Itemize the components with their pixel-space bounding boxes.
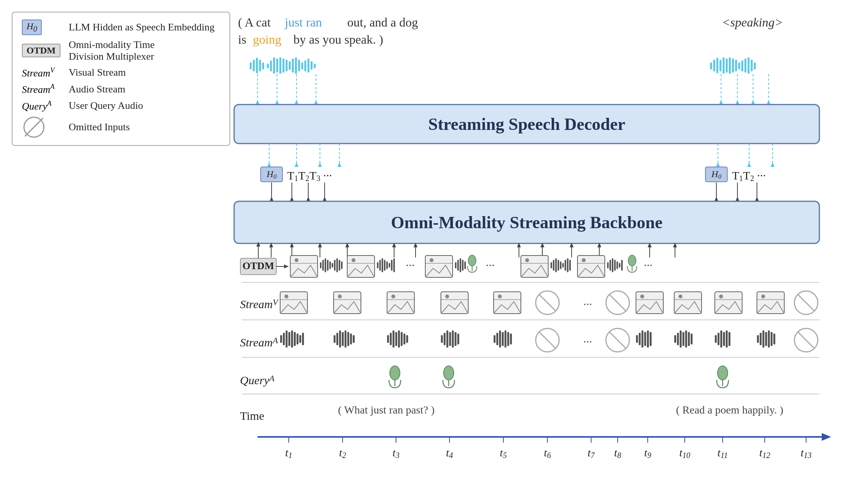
svg-rect-137	[336, 258, 338, 272]
svg-marker-52	[719, 100, 723, 105]
svg-point-129	[295, 258, 298, 262]
svg-text:···: ···	[644, 259, 653, 272]
svg-rect-158	[462, 260, 464, 271]
svg-rect-227	[283, 333, 285, 345]
svg-marker-48	[295, 100, 298, 105]
svg-rect-283	[715, 335, 717, 343]
svg-marker-62	[267, 162, 271, 167]
svg-rect-19	[289, 61, 291, 70]
svg-rect-168	[555, 258, 557, 272]
svg-rect-30	[716, 58, 718, 73]
svg-rect-262	[504, 330, 506, 348]
svg-rect-252	[444, 333, 446, 345]
svg-rect-239	[345, 330, 346, 348]
svg-rect-226	[280, 335, 282, 343]
svg-rect-250	[406, 335, 408, 343]
svg-rect-23	[301, 62, 303, 69]
svg-point-221	[761, 295, 765, 298]
svg-marker-54	[735, 100, 739, 105]
svg-rect-140	[347, 256, 375, 277]
svg-text:t7: t7	[588, 447, 595, 460]
svg-rect-260	[499, 330, 501, 348]
svg-text:t1: t1	[285, 447, 292, 460]
svg-point-201	[445, 295, 449, 298]
svg-text:just ran: just ran	[284, 15, 322, 29]
svg-rect-27	[314, 64, 316, 68]
svg-text:t5: t5	[500, 447, 507, 460]
svg-point-195	[338, 295, 342, 298]
svg-text:StreamV: StreamV	[240, 297, 279, 311]
svg-rect-171	[562, 263, 564, 268]
svg-rect-210	[636, 292, 663, 314]
svg-rect-230	[291, 330, 293, 348]
svg-marker-83	[306, 197, 310, 201]
svg-rect-166	[551, 262, 552, 268]
svg-point-218	[719, 295, 723, 298]
svg-text:t2: t2	[339, 447, 346, 460]
svg-rect-285	[720, 330, 722, 348]
svg-rect-155	[455, 262, 457, 268]
svg-point-212	[640, 295, 644, 298]
svg-text:t12: t12	[759, 447, 770, 460]
svg-rect-170	[560, 261, 561, 269]
svg-point-185	[628, 255, 636, 266]
svg-text:t10: t10	[679, 447, 690, 460]
svg-text:OTDM: OTDM	[243, 260, 274, 272]
svg-marker-64	[295, 162, 298, 167]
svg-rect-232	[297, 334, 298, 344]
svg-rect-286	[723, 332, 725, 346]
svg-rect-241	[350, 334, 352, 344]
svg-rect-9	[256, 58, 258, 73]
svg-rect-17	[282, 59, 284, 73]
svg-text:t3: t3	[393, 447, 400, 460]
svg-rect-213	[674, 292, 702, 314]
svg-text:QueryA: QueryA	[240, 373, 275, 387]
svg-rect-181	[614, 260, 616, 271]
svg-rect-199	[441, 292, 468, 314]
svg-rect-290	[760, 333, 762, 345]
svg-rect-291	[762, 330, 764, 348]
svg-marker-58	[767, 100, 771, 105]
svg-text:( A cat: ( A cat	[238, 15, 271, 29]
svg-line-297	[798, 332, 815, 349]
svg-point-154	[430, 258, 433, 262]
main-container: H0 LLM Hidden as Speech Embedding OTDM O…	[0, 0, 842, 504]
svg-rect-251	[441, 335, 443, 343]
svg-rect-34	[729, 57, 731, 74]
svg-rect-16	[279, 57, 281, 74]
svg-point-142	[352, 258, 355, 262]
svg-rect-136	[334, 260, 336, 271]
svg-rect-32	[723, 57, 725, 74]
svg-rect-249	[403, 334, 405, 344]
svg-rect-139	[341, 261, 343, 269]
svg-rect-28	[710, 62, 712, 69]
svg-point-198	[391, 295, 395, 298]
svg-text:···: ···	[583, 298, 592, 311]
svg-rect-8	[253, 60, 255, 71]
svg-rect-152	[425, 256, 453, 277]
svg-rect-42	[754, 62, 756, 69]
svg-rect-144	[379, 260, 381, 271]
svg-rect-275	[650, 332, 652, 346]
svg-line-223	[798, 294, 815, 311]
svg-rect-148	[389, 263, 390, 268]
svg-rect-20	[292, 59, 294, 73]
svg-rect-14	[273, 57, 275, 74]
svg-rect-35	[732, 59, 734, 73]
svg-rect-39	[744, 59, 746, 73]
svg-rect-287	[726, 330, 728, 348]
svg-rect-271	[639, 333, 641, 345]
svg-rect-246	[395, 332, 397, 346]
svg-text:Streaming Speech Decoder: Streaming Speech Decoder	[428, 115, 625, 134]
svg-rect-281	[688, 332, 690, 346]
svg-rect-31	[719, 60, 721, 71]
svg-rect-257	[457, 334, 459, 344]
svg-rect-190	[280, 292, 307, 314]
svg-rect-21	[295, 57, 297, 74]
svg-rect-282	[691, 334, 693, 344]
svg-rect-12	[267, 64, 269, 68]
svg-rect-147	[386, 261, 388, 269]
svg-rect-256	[455, 332, 457, 346]
svg-rect-143	[377, 262, 378, 268]
svg-rect-183	[619, 263, 620, 268]
